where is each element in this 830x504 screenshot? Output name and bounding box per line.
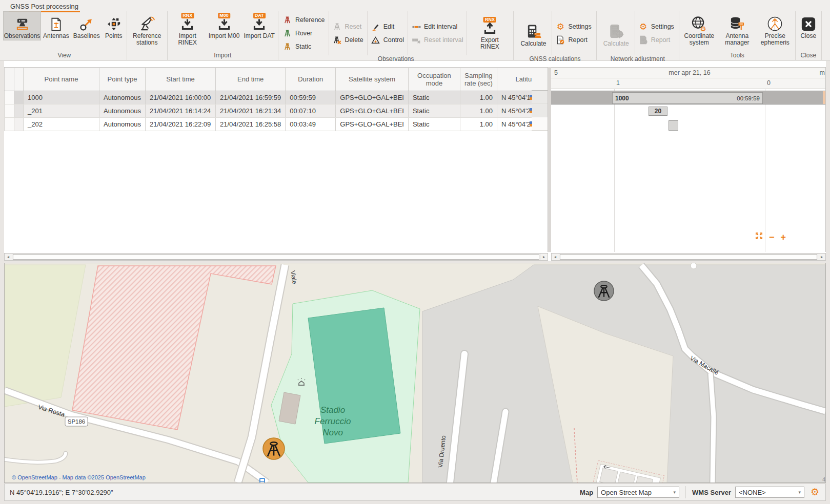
table-horizontal-scrollbar[interactable]: ◂ ▸: [4, 253, 548, 261]
column-header-satellite-system[interactable]: Satellite system: [336, 68, 409, 91]
ribbon-button-rover[interactable]: Rover: [283, 29, 325, 38]
ribbon-button-edit-interval[interactable]: Edit interval: [412, 22, 463, 32]
scrollbar-thumb[interactable]: [13, 254, 539, 260]
satellite-cell-sliver: [530, 95, 532, 100]
cell-end-time: 21/04/2021 16:21:34: [216, 104, 286, 118]
column-header-duration[interactable]: Duration: [286, 68, 336, 91]
column-header-end-time[interactable]: End time: [216, 68, 286, 91]
scroll-right-arrow[interactable]: ▸: [540, 254, 548, 260]
antenna-database-icon: [729, 13, 745, 32]
map-settings-gear-icon[interactable]: ⚙: [811, 487, 819, 498]
gantt-bar-20[interactable]: 20: [649, 107, 667, 116]
ribbon-group-view: ObservationsAntennasBaselinesPointsView: [2, 11, 127, 60]
scroll-left-arrow[interactable]: ◂: [552, 254, 559, 260]
ribbon-button-import-dat[interactable]: DATImport DAT: [241, 11, 276, 40]
ribbon-button-antennas[interactable]: Antennas: [41, 11, 71, 40]
button-label: Rover: [295, 30, 312, 37]
zoom-out-icon[interactable]: −: [769, 234, 775, 241]
ribbon-button-report[interactable]: Report: [556, 35, 591, 45]
button-label: Export RINEX: [473, 37, 507, 50]
gantt-bar-1000[interactable]: 100000:59:59: [612, 92, 763, 104]
table-row[interactable]: _202Autonomous21/04/2021 16:22:0921/04/2…: [5, 118, 572, 131]
scroll-left-arrow[interactable]: ◂: [5, 254, 12, 260]
gantt-horizontal-scrollbar[interactable]: ◂ ▸: [551, 253, 826, 261]
tripod-reference-icon: [283, 15, 292, 25]
svg-text:Ferruccio: Ferruccio: [315, 416, 351, 426]
svg-text:SP186: SP186: [68, 418, 86, 425]
cell-point-type: Autonomous: [99, 104, 146, 118]
chevron-down-icon: ▾: [798, 490, 801, 495]
ribbon-button-coordinate-system[interactable]: ⚙Coordinate system: [680, 11, 718, 47]
openstreetmap-canvas[interactable]: Viale Via Rosta Via Druento Via Macallé …: [5, 263, 825, 482]
table-row-selected[interactable]: 1000Autonomous21/04/2021 16:00:0021/04/2…: [5, 91, 572, 104]
ribbon-button-reference[interactable]: Reference: [283, 15, 325, 25]
ribbon-button-points[interactable]: Points: [102, 11, 126, 40]
button-label: Reference stations: [130, 33, 164, 46]
button-label: Reset: [345, 23, 362, 30]
survey-marker-orange[interactable]: [263, 438, 285, 459]
ribbon-button-control[interactable]: Control: [371, 35, 404, 45]
button-label: Baselines: [73, 33, 100, 39]
button-label: Static: [295, 43, 311, 50]
map-canvas[interactable]: Viale Via Rosta Via Druento Via Macallé …: [5, 263, 825, 483]
ephemeris-icon: [767, 13, 783, 32]
column-header-point-type[interactable]: Point type: [99, 68, 146, 91]
button-label: Settings: [568, 23, 591, 30]
ribbon-button-precise-ephemeris[interactable]: Precise ephemeris: [756, 11, 794, 47]
button-label: Calculate: [520, 40, 546, 47]
ribbon-button-calculate[interactable]: Calculate: [518, 19, 548, 48]
ribbon-button-export-rinex[interactable]: RNXExport RINEX: [471, 15, 509, 51]
survey-marker-gray[interactable]: [594, 281, 614, 301]
wms-server-select[interactable]: <NONE> ▾: [735, 487, 804, 498]
house-number-label: 4: [822, 476, 825, 482]
cell-satellite-system: GPS+GLO+GAL+BEI: [336, 118, 409, 131]
map-view[interactable]: Viale Via Rosta Via Druento Via Macallé …: [4, 263, 826, 483]
map-source-select[interactable]: Open Street Map ▾: [597, 487, 679, 498]
ribbon-button-close[interactable]: Close: [797, 11, 820, 40]
tab-gnss-post-processing[interactable]: GNSS Post processing: [9, 0, 80, 12]
ribbon-button-import-rinex[interactable]: RNXImport RINEX: [169, 11, 207, 47]
ribbon-button-edit[interactable]: Edit: [371, 22, 404, 32]
column-header-occupation-mode[interactable]: Occupation mode: [408, 68, 460, 91]
calculator-network-icon: [608, 21, 624, 39]
edit-interval-icon: [412, 22, 421, 31]
group-label: [128, 52, 166, 60]
cell-point-type: Autonomous: [99, 91, 146, 104]
ribbon-button-settings[interactable]: ⚙Settings: [639, 22, 674, 32]
ribbon-button-baselines[interactable]: Baselines: [71, 11, 102, 40]
button-label: Delete: [345, 36, 363, 44]
road-ref-badge-sp186: SP186: [65, 417, 88, 426]
button-label: Report: [568, 36, 588, 44]
ribbon-button-static[interactable]: Static: [283, 42, 325, 52]
cell-duration: 00:07:10: [286, 104, 336, 118]
cell-sampling-rate-sec: 1.00: [460, 118, 497, 131]
map-junction-dot: [691, 263, 697, 269]
gantt-header-hour: 1 0: [551, 78, 826, 89]
button-label: Close: [801, 33, 817, 39]
column-header-sampling-rate-sec[interactable]: Sampling rate (sec): [460, 68, 497, 91]
scroll-right-arrow[interactable]: ▸: [818, 254, 825, 260]
observations-table: Point namePoint typeStart timeEnd timeDu…: [4, 67, 572, 131]
import-tray-icon: RNX: [180, 13, 195, 32]
fit-extents-icon[interactable]: [755, 232, 763, 242]
map-source-label: Map: [580, 489, 593, 496]
ribbon-button-settings[interactable]: ⚙Settings: [556, 22, 591, 32]
statusbar-right: Map Open Street Map ▾ WMS Server <NONE> …: [580, 486, 825, 498]
gantt-bar-unlabeled[interactable]: [669, 120, 678, 131]
cell-duration: 00:03:49: [286, 118, 336, 131]
zoom-in-icon[interactable]: +: [781, 234, 786, 241]
edit-pen-icon: [371, 22, 380, 31]
scrollbar-thumb[interactable]: [560, 254, 817, 260]
column-header-start-time[interactable]: Start time: [146, 68, 216, 91]
ribbon-button-reference-stations[interactable]: Reference stations: [128, 11, 166, 47]
ribbon-button-delete[interactable]: Delete: [333, 35, 363, 45]
svg-text:Stadio: Stadio: [320, 405, 345, 415]
cell-end-time: 21/04/2021 16:59:59: [216, 91, 286, 104]
ribbon-button-observations[interactable]: Observations: [3, 11, 41, 40]
ribbon-button-import-m00[interactable]: M00Import M00: [207, 11, 242, 40]
ribbon-button-antenna-manager[interactable]: Antenna manager: [718, 11, 756, 47]
button-label: Reset interval: [424, 36, 463, 44]
table-row[interactable]: _201Autonomous21/04/2021 16:14:2421/04/2…: [5, 104, 572, 118]
osm-attribution[interactable]: © OpenStreetMap - Map data ©2025 OpenStr…: [12, 474, 146, 480]
column-header-point-name[interactable]: Point name: [24, 68, 99, 91]
